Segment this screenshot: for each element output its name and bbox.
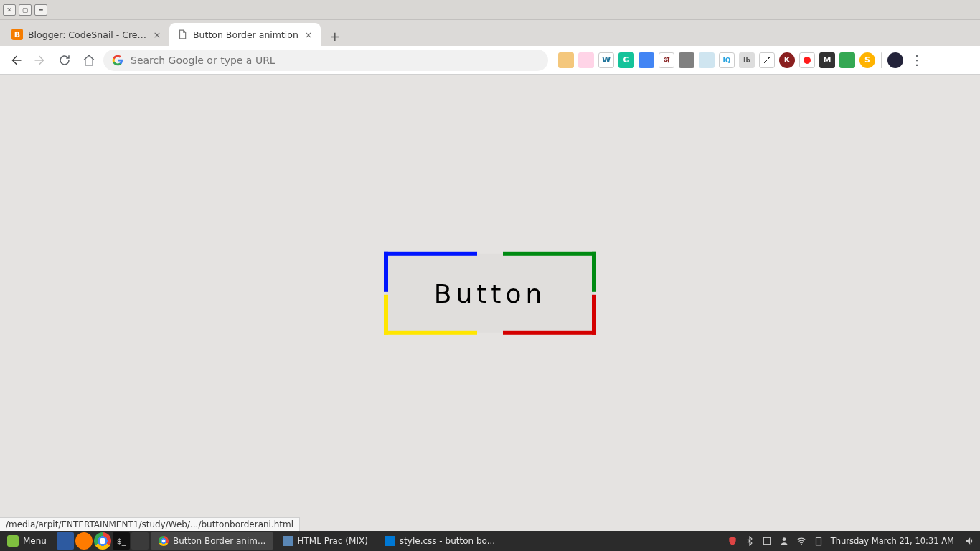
file-favicon-icon xyxy=(176,29,188,40)
task-label: Button Border anim... xyxy=(173,536,265,546)
page-content: Button xyxy=(0,75,980,531)
mint-logo-icon xyxy=(7,535,19,547)
os-taskbar: Menu $_ Button Border anim... HTML Prac … xyxy=(0,531,980,551)
gmail-icon[interactable]: M xyxy=(819,52,835,68)
extension-icon[interactable]: K xyxy=(779,52,795,68)
menu-label: Menu xyxy=(23,536,47,546)
translate-icon[interactable] xyxy=(639,52,654,68)
separator xyxy=(881,52,882,68)
folder-icon xyxy=(283,536,293,546)
window-minimize-button[interactable]: ━ xyxy=(34,4,47,16)
taskbar-task-vscode[interactable]: style.css - button bo... xyxy=(378,532,502,550)
tab-button-border[interactable]: Button Border animtion × xyxy=(169,23,321,46)
extension-row: W G अ IQ Ib K M S xyxy=(558,52,903,68)
window-maximize-button[interactable]: ▢ xyxy=(19,4,32,16)
extension-icon[interactable] xyxy=(679,52,694,68)
arrow-left-icon xyxy=(9,54,22,67)
animated-border-button[interactable]: Button xyxy=(386,254,594,333)
browser-tabstrip: B Blogger: CodeSnail - Create post × But… xyxy=(0,20,980,46)
wifi-icon[interactable] xyxy=(796,536,806,546)
plus-icon: + xyxy=(329,29,340,44)
terminal-launcher[interactable]: $_ xyxy=(113,532,130,550)
extension-icon[interactable] xyxy=(839,52,855,68)
grammarly-icon[interactable]: G xyxy=(618,52,634,68)
svg-rect-3 xyxy=(816,537,821,545)
tab-title: Blogger: CodeSnail - Create post xyxy=(28,29,147,40)
browser-toolbar: W G अ IQ Ib K M S ⋮ xyxy=(0,46,980,75)
bluetooth-icon[interactable] xyxy=(745,536,755,546)
maximize-icon: ▢ xyxy=(22,6,29,14)
tab-close-button[interactable]: × xyxy=(303,29,314,39)
corner-top-right xyxy=(503,252,596,292)
show-desktop-button[interactable] xyxy=(57,532,74,550)
user-icon[interactable] xyxy=(779,536,789,546)
corner-bottom-right xyxy=(503,295,596,335)
extension-icon[interactable] xyxy=(799,52,815,68)
address-bar[interactable] xyxy=(103,50,548,71)
forward-button[interactable] xyxy=(30,50,50,70)
window-titlebar: ✕ ▢ ━ xyxy=(0,0,980,20)
chrome-launcher[interactable] xyxy=(94,532,111,550)
taskbar-clock[interactable]: Thursday March 21, 10:31 AM xyxy=(831,536,957,546)
reload-icon xyxy=(58,54,71,67)
task-label: HTML Prac (MIX) xyxy=(297,536,367,546)
extension-icon[interactable] xyxy=(759,52,775,68)
svg-rect-4 xyxy=(817,537,820,537)
corner-top-left xyxy=(384,252,477,292)
home-icon xyxy=(83,54,95,67)
status-bar: /media/arpit/ENTERTAINMENT1/study/Web/..… xyxy=(0,517,300,531)
corner-bottom-left xyxy=(384,295,477,335)
shield-icon[interactable] xyxy=(727,536,738,546)
close-icon: ✕ xyxy=(6,6,12,14)
taskbar-task-chrome[interactable]: Button Border anim... xyxy=(151,532,273,550)
vscode-icon xyxy=(385,536,395,546)
quick-launchers: $_ xyxy=(57,532,149,550)
extension-icon[interactable] xyxy=(699,52,715,68)
extension-icon[interactable]: Ib xyxy=(739,52,755,68)
task-label: style.css - button bo... xyxy=(400,536,495,546)
svg-point-2 xyxy=(801,544,802,545)
tab-close-button[interactable]: × xyxy=(152,29,162,39)
taskbar-task-files[interactable]: HTML Prac (MIX) xyxy=(275,532,374,550)
extension-icon[interactable]: S xyxy=(859,52,875,68)
kebab-icon: ⋮ xyxy=(910,52,923,67)
arrow-right-icon xyxy=(34,54,47,67)
wordpress-icon[interactable]: W xyxy=(598,52,614,68)
system-tray: Thursday March 21, 10:31 AM xyxy=(722,536,980,546)
firefox-launcher[interactable] xyxy=(75,532,93,550)
battery-icon[interactable] xyxy=(814,536,824,546)
google-icon xyxy=(112,55,123,66)
home-button[interactable] xyxy=(79,50,99,70)
profile-avatar[interactable] xyxy=(887,52,903,68)
extension-icon[interactable] xyxy=(558,52,574,68)
back-button[interactable] xyxy=(6,50,26,70)
svg-point-1 xyxy=(782,537,786,541)
svg-rect-0 xyxy=(763,537,770,544)
chrome-icon xyxy=(159,536,169,546)
start-menu-button[interactable]: Menu xyxy=(0,531,54,551)
window-close-button[interactable]: ✕ xyxy=(3,4,16,16)
omnibox-input[interactable] xyxy=(131,55,540,66)
tab-blogger[interactable]: B Blogger: CodeSnail - Create post × xyxy=(4,23,169,46)
reload-button[interactable] xyxy=(55,50,75,70)
iq-icon[interactable]: IQ xyxy=(719,52,735,68)
blogger-favicon-icon: B xyxy=(11,29,23,40)
tab-title: Button Border animtion xyxy=(193,29,298,40)
browser-menu-button[interactable]: ⋮ xyxy=(908,51,926,70)
updates-icon[interactable] xyxy=(762,536,772,546)
volume-icon[interactable] xyxy=(964,536,974,546)
files-launcher[interactable] xyxy=(131,532,149,550)
extension-icon[interactable] xyxy=(578,52,594,68)
hindi-icon[interactable]: अ xyxy=(659,52,674,68)
new-tab-button[interactable]: + xyxy=(325,26,345,46)
minimize-icon: ━ xyxy=(39,6,42,14)
